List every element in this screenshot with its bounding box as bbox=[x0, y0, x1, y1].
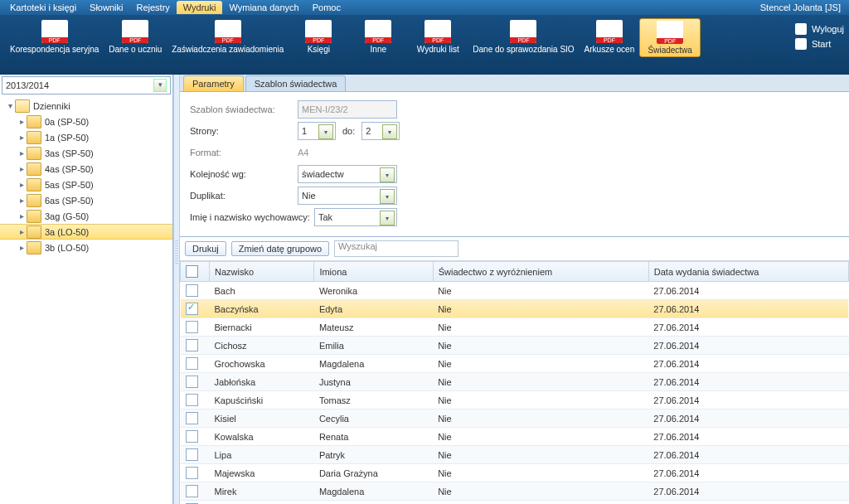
tree-node[interactable]: ▸3ag (G-50) bbox=[0, 208, 172, 224]
tree-node[interactable]: ▸3a (LO-50) bbox=[0, 224, 172, 240]
top-menubar: Kartoteki i księgiSłownikiRejestryWydruk… bbox=[0, 0, 849, 15]
cell: Nie bbox=[433, 355, 648, 373]
cell: Nie bbox=[433, 391, 648, 410]
splitter-handle[interactable] bbox=[173, 75, 180, 504]
tree-node[interactable]: ▸6as (SP-50) bbox=[0, 192, 172, 208]
tree-node[interactable]: ▸3b (LO-50) bbox=[0, 240, 172, 255]
page-to-select[interactable]: 2▾ bbox=[361, 122, 400, 140]
print-button[interactable]: Drukuj bbox=[185, 241, 226, 256]
column-header[interactable]: Imiona bbox=[314, 262, 433, 282]
cell: Nie bbox=[433, 501, 648, 505]
row-checkbox[interactable] bbox=[186, 485, 198, 497]
row-checkbox[interactable] bbox=[186, 321, 198, 333]
tree-node[interactable]: ▸0a (SP-50) bbox=[0, 114, 172, 129]
table-row[interactable]: MajewskaDaria GrażynaNie27.06.2014 bbox=[181, 464, 849, 482]
duplicate-select[interactable]: Nie▾ bbox=[298, 187, 397, 205]
pdf-icon bbox=[122, 20, 148, 43]
column-header[interactable]: Nazwisko bbox=[210, 262, 314, 282]
start-button[interactable]: Start bbox=[795, 38, 831, 50]
search-input[interactable]: Wyszukaj bbox=[334, 240, 458, 257]
tree-node[interactable]: ▸3as (SP-50) bbox=[0, 145, 172, 161]
cell: Magdalena bbox=[314, 482, 433, 501]
row-checkbox[interactable] bbox=[186, 412, 198, 424]
tabs: ParametrySzablon świadectwa bbox=[180, 75, 849, 92]
cell: Lipa bbox=[210, 446, 314, 464]
cell: Nie bbox=[433, 318, 648, 337]
table-row[interactable]: BiernackiMateuszNie27.06.2014 bbox=[181, 318, 849, 337]
row-checkbox[interactable] bbox=[186, 430, 198, 443]
ribbon-item[interactable]: Księgi bbox=[289, 18, 348, 57]
ribbon-item[interactable]: Korespondencja seryjna bbox=[5, 18, 104, 57]
ribbon-toolbar: Korespondencja seryjnaDane o uczniuZaświ… bbox=[0, 15, 849, 75]
chevron-down-icon: ▾ bbox=[380, 189, 395, 204]
column-header[interactable]: Data wydania świadectwa bbox=[648, 262, 848, 282]
chevron-down-icon: ▾ bbox=[153, 79, 167, 92]
table-row[interactable]: BaczyńskaEdytaNie27.06.2014 bbox=[181, 300, 849, 318]
table-row[interactable]: KowalskaRenataNie27.06.2014 bbox=[181, 428, 849, 446]
table-row[interactable]: GrochowskaMagdalenaNie27.06.2014 bbox=[181, 355, 849, 373]
row-checkbox[interactable] bbox=[186, 357, 198, 370]
tree-node[interactable]: ▸5as (SP-50) bbox=[0, 177, 172, 192]
cell: Bach bbox=[210, 282, 314, 300]
column-header[interactable]: Świadectwo z wyróżnieniem bbox=[433, 262, 648, 282]
cell: Nie bbox=[433, 482, 648, 501]
row-checkbox[interactable] bbox=[186, 448, 198, 461]
row-checkbox[interactable] bbox=[186, 284, 198, 297]
ribbon-item[interactable]: Dane do sprawozdania SIO bbox=[468, 18, 579, 57]
row-checkbox[interactable] bbox=[186, 303, 198, 315]
row-checkbox[interactable] bbox=[186, 376, 198, 388]
menu-item[interactable]: Pomoc bbox=[306, 1, 347, 14]
tree-root[interactable]: ▾Dzienniki bbox=[0, 98, 172, 114]
tab[interactable]: Szablon świadectwa bbox=[245, 75, 347, 91]
table-row[interactable]: KapuścińskiTomaszNie27.06.2014 bbox=[181, 391, 849, 410]
class-tree: ▾Dzienniki▸0a (SP-50)▸1a (SP-50)▸3as (SP… bbox=[0, 96, 172, 504]
logout-button[interactable]: Wyloguj bbox=[795, 23, 844, 35]
order-label: Kolejność wg: bbox=[190, 169, 298, 179]
tree-node[interactable]: ▸4as (SP-50) bbox=[0, 161, 172, 177]
change-date-group-button[interactable]: Zmień datę grupowo bbox=[231, 241, 329, 256]
ribbon-item[interactable]: Świadectwa bbox=[639, 18, 701, 57]
cell: Kisiel bbox=[210, 410, 314, 428]
folder-open-icon bbox=[15, 99, 30, 113]
table-row[interactable]: MirekMagdalenaNie27.06.2014 bbox=[181, 482, 849, 501]
folder-icon bbox=[27, 241, 41, 254]
template-label: Szablon świadectwa: bbox=[190, 104, 298, 114]
tutor-select[interactable]: Tak▾ bbox=[314, 208, 397, 226]
folder-icon bbox=[27, 194, 41, 207]
cell: Renata bbox=[314, 428, 433, 446]
row-checkbox[interactable] bbox=[186, 467, 198, 479]
tree-node[interactable]: ▸1a (SP-50) bbox=[0, 129, 172, 145]
ribbon-item-label: Inne bbox=[371, 45, 386, 54]
cell: Patryk bbox=[314, 446, 433, 464]
cell: Nie bbox=[433, 446, 648, 464]
menu-item[interactable]: Kartoteki i księgi bbox=[3, 1, 83, 14]
school-year-select[interactable]: 2013/2014▾ bbox=[2, 76, 171, 94]
table-row[interactable]: JabłońskaJustynaNie27.06.2014 bbox=[181, 373, 849, 391]
ribbon-item[interactable]: Arkusze ocen bbox=[580, 18, 640, 57]
sidebar: 2013/2014▾ ▾Dzienniki▸0a (SP-50)▸1a (SP-… bbox=[0, 75, 173, 504]
menu-item[interactable]: Wydruki bbox=[177, 1, 223, 14]
ribbon-item[interactable]: Zaświadczenia zawiadomienia bbox=[167, 18, 289, 57]
pdf-icon bbox=[657, 21, 683, 44]
table-row[interactable]: CichoszEmiliaNie27.06.2014 bbox=[181, 337, 849, 355]
row-checkbox[interactable] bbox=[186, 394, 198, 406]
ribbon-item[interactable]: Wydruki list bbox=[408, 18, 468, 57]
tab[interactable]: Parametry bbox=[183, 75, 244, 91]
select-all-header[interactable] bbox=[181, 262, 210, 282]
cell: Daria Grażyna bbox=[314, 464, 433, 482]
cell: Nie bbox=[433, 428, 648, 446]
menu-item[interactable]: Słowniki bbox=[83, 1, 129, 14]
ribbon-item[interactable]: Inne bbox=[348, 18, 408, 57]
table-row[interactable]: KisielCecyliaNie27.06.2014 bbox=[181, 410, 849, 428]
menu-item[interactable]: Rejestry bbox=[129, 1, 176, 14]
table-row[interactable]: BachWeronikaNie27.06.2014 bbox=[181, 282, 849, 300]
format-label: Format: bbox=[190, 148, 298, 158]
menu-item[interactable]: Wymiana danych bbox=[222, 1, 305, 14]
order-select[interactable]: świadectw▾ bbox=[298, 165, 397, 183]
row-checkbox[interactable] bbox=[186, 339, 198, 351]
table-row[interactable]: OstrowskiPiotrNie27.06.2014 bbox=[181, 501, 849, 505]
ribbon-item[interactable]: Dane o uczniu bbox=[104, 18, 167, 57]
chevron-down-icon: ▾ bbox=[318, 124, 333, 139]
page-from-select[interactable]: 1▾ bbox=[298, 122, 336, 140]
table-row[interactable]: LipaPatrykNie27.06.2014 bbox=[181, 446, 849, 464]
